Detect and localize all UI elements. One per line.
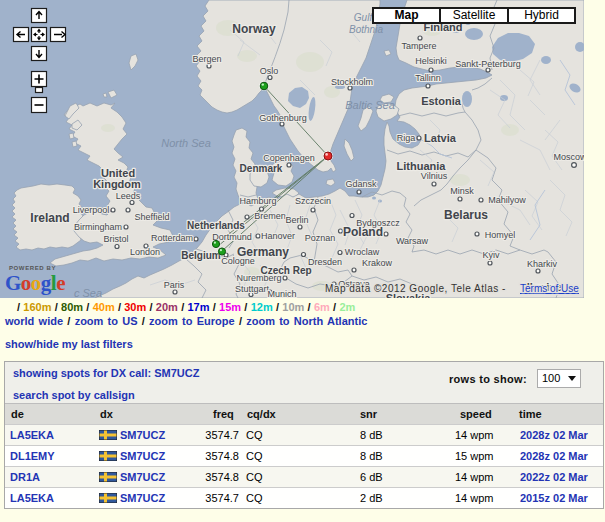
svg-text:Oslo: Oslo — [260, 66, 279, 76]
svg-text:Paris: Paris — [164, 280, 185, 290]
svg-text:Wroclaw: Wroclaw — [345, 247, 380, 257]
svg-text:Tallinn: Tallinn — [415, 73, 441, 83]
svg-text:Stuttgart: Stuttgart — [235, 284, 270, 294]
svg-text:Hanover: Hanover — [261, 231, 295, 241]
svg-text:Kingdom: Kingdom — [93, 178, 141, 190]
svg-text:Kharkiv: Kharkiv — [527, 259, 558, 269]
svg-text:Norway: Norway — [232, 22, 276, 36]
svg-text:Mahilyow: Mahilyow — [488, 195, 526, 205]
svg-text:Sankt-Peterburg: Sankt-Peterburg — [455, 59, 521, 69]
svg-text:Birmingham: Birmingham — [74, 222, 122, 232]
svg-text:North Sea: North Sea — [161, 137, 211, 149]
svg-text:London: London — [130, 247, 160, 257]
svg-text:Gothenburg: Gothenburg — [259, 113, 307, 123]
svg-text:c Sea: c Sea — [74, 287, 102, 298]
svg-text:Kyiv: Kyiv — [482, 250, 500, 260]
svg-text:Minsk: Minsk — [450, 186, 474, 196]
svg-text:Vilnius: Vilnius — [421, 171, 448, 181]
svg-text:Belgium: Belgium — [181, 250, 221, 261]
svg-text:Bergen: Bergen — [192, 54, 221, 64]
svg-text:Warsaw: Warsaw — [396, 236, 429, 246]
svg-text:Denmark: Denmark — [240, 163, 283, 174]
svg-text:Sheffield: Sheffield — [135, 212, 170, 222]
svg-text:Dresden: Dresden — [308, 257, 342, 267]
svg-text:Terms of Use: Terms of Use — [520, 283, 579, 294]
svg-text:Bristol: Bristol — [103, 234, 128, 244]
svg-text:Bothnia: Bothnia — [349, 24, 383, 35]
svg-text:Berlin: Berlin — [285, 215, 308, 225]
svg-text:Czech Rep: Czech Rep — [260, 265, 311, 276]
svg-text:Moscow: Moscow — [553, 152, 584, 162]
svg-text:Leeds: Leeds — [116, 191, 141, 201]
svg-text:Szczecin: Szczecin — [295, 196, 331, 206]
svg-text:Hamburg: Hamburg — [239, 196, 276, 206]
svg-text:Riga: Riga — [397, 133, 416, 143]
svg-text:Rotterdam: Rotterdam — [151, 233, 193, 243]
svg-text:Ireland: Ireland — [30, 211, 69, 225]
svg-text:Gulf: Gulf — [354, 12, 374, 23]
svg-text:Gdansk: Gdansk — [345, 179, 377, 189]
svg-text:Netherlands: Netherlands — [187, 220, 245, 231]
svg-text:Map data ©2012 Google, Tele At: Map data ©2012 Google, Tele Atlas - — [325, 283, 506, 294]
svg-text:Liverpool: Liverpool — [73, 205, 110, 215]
svg-text:Munich: Munich — [267, 289, 296, 298]
svg-text:Estonia: Estonia — [421, 95, 462, 107]
svg-text:Germany: Germany — [237, 245, 289, 259]
svg-text:Homyel: Homyel — [485, 230, 516, 240]
svg-text:Helsinki: Helsinki — [415, 56, 447, 66]
svg-text:Lithuania: Lithuania — [397, 160, 447, 172]
svg-text:Tampere: Tampere — [401, 41, 436, 51]
svg-text:Belarus: Belarus — [444, 208, 488, 222]
svg-text:Krakow: Krakow — [362, 258, 393, 268]
svg-text:Poznan: Poznan — [305, 233, 336, 243]
svg-text:Latvia: Latvia — [424, 132, 457, 144]
svg-text:Poland: Poland — [343, 225, 383, 239]
svg-text:Stockholm: Stockholm — [331, 77, 373, 87]
svg-text:Bremen: Bremen — [254, 211, 286, 221]
svg-text:Baltic Sea: Baltic Sea — [345, 99, 395, 111]
svg-text:Copenhagen: Copenhagen — [263, 153, 315, 163]
